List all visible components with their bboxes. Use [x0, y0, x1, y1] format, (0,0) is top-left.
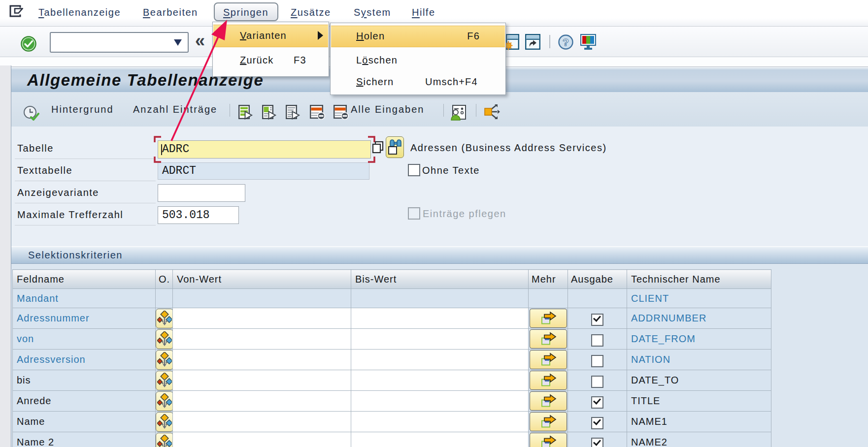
svg-text:?: ? — [563, 36, 569, 48]
